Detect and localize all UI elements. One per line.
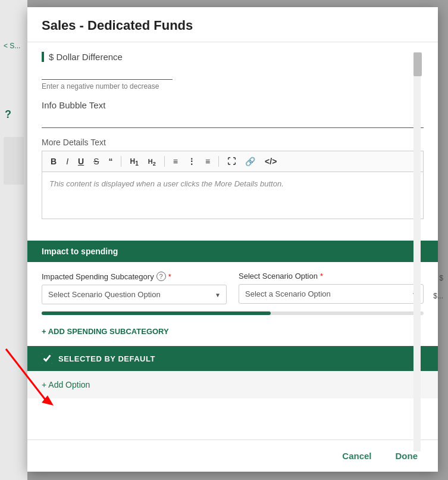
toolbar-code[interactable]: </> xyxy=(262,155,279,167)
modal-body[interactable]: $ Dollar Difference Enter a negative num… xyxy=(27,42,438,440)
toolbar-link[interactable]: 🔗 xyxy=(243,155,258,167)
rich-text-area[interactable]: This content is displayed when a user cl… xyxy=(42,172,424,219)
selected-default-checkbox[interactable] xyxy=(42,353,52,364)
modal-header: Sales - Dedicated Funds xyxy=(27,7,438,42)
toolbar-underline[interactable]: U xyxy=(76,155,86,167)
side-dollar-2: $... xyxy=(433,292,443,300)
toolbar-italic[interactable]: I xyxy=(64,155,71,167)
add-option-section: + Add Option xyxy=(27,371,438,398)
side-icon: ? xyxy=(5,108,11,121)
progress-bar-container xyxy=(42,311,424,315)
toolbar-h1[interactable]: H1 xyxy=(127,155,140,168)
impacted-spending-label: Impacted Spending Subcategory ? * xyxy=(42,272,227,281)
scenario-question-select-wrapper: Select Scenario Question Option xyxy=(42,285,227,304)
scenario-option-select-wrapper: Select a Scenario Option xyxy=(239,284,424,304)
info-bubble-input[interactable] xyxy=(42,114,424,128)
toolbar-image[interactable]: ⛶ xyxy=(225,155,238,167)
side-link[interactable]: < S... xyxy=(4,42,20,50)
modal-title: Sales - Dedicated Funds xyxy=(42,18,424,33)
modal-footer: Cancel Done xyxy=(27,440,438,472)
dollar-diff-section: $ Dollar Difference Enter a negative num… xyxy=(27,42,438,241)
background-panel: < S... ? xyxy=(0,0,27,480)
impact-col-right: Select Scenario Option * Select a Scenar… xyxy=(239,272,424,304)
toolbar-quote[interactable]: “ xyxy=(106,155,115,167)
toolbar-separator-3 xyxy=(218,156,219,167)
impact-row: Impacted Spending Subcategory ? * Select… xyxy=(42,272,424,304)
dollar-diff-hint: Enter a negative number to decrease xyxy=(42,82,424,91)
cancel-button[interactable]: Cancel xyxy=(336,447,377,465)
toolbar-strikethrough[interactable]: S xyxy=(91,155,101,167)
required-star-2: * xyxy=(320,272,323,280)
toolbar-separator-1 xyxy=(121,156,121,167)
impact-col-left: Impacted Spending Subcategory ? * Select… xyxy=(42,272,227,304)
scenario-option-label: Select Scenario Option * xyxy=(239,272,424,280)
selected-default-section: SELECTED BY DEFAULT xyxy=(27,346,438,371)
side-dollar-1: $ xyxy=(439,274,443,282)
rich-text-placeholder: This content is displayed when a user cl… xyxy=(49,179,284,188)
more-details-label: More Details Text xyxy=(42,138,424,147)
side-panel-element xyxy=(4,137,24,185)
scenario-option-select[interactable]: Select a Scenario Option xyxy=(239,284,424,304)
scroll-thumb[interactable] xyxy=(413,52,422,76)
dollar-diff-input[interactable] xyxy=(42,66,173,80)
required-star-1: * xyxy=(168,272,171,281)
toolbar-bold[interactable]: B xyxy=(48,155,59,167)
modal-dialog: Sales - Dedicated Funds $ Dollar Differe… xyxy=(27,7,438,472)
add-option-link[interactable]: + Add Option xyxy=(42,380,90,389)
help-icon[interactable]: ? xyxy=(156,272,166,281)
toolbar-h2[interactable]: H2 xyxy=(146,155,158,168)
scroll-indicator xyxy=(413,52,421,451)
scenario-question-select[interactable]: Select Scenario Question Option xyxy=(42,285,227,304)
toolbar-unordered-list[interactable]: ⋮ xyxy=(185,155,198,167)
toolbar-separator-2 xyxy=(164,156,165,167)
toolbar-ordered-list[interactable]: ≡ xyxy=(171,155,180,167)
selected-default-label: SELECTED BY DEFAULT xyxy=(58,354,155,363)
dollar-diff-label: $ Dollar Difference xyxy=(42,52,424,62)
add-subcategory-link[interactable]: + ADD SPENDING SUBCATEGORY xyxy=(42,327,169,336)
impact-section: Impacted Spending Subcategory ? * Select… xyxy=(27,262,438,346)
rich-text-toolbar: B I U S “ H1 H2 ≡ ⋮ ≡ ⛶ 🔗 </> xyxy=(42,151,424,172)
impact-header: Impact to spending xyxy=(27,241,438,262)
info-bubble-label: Info Bubble Text xyxy=(42,100,424,110)
toolbar-align[interactable]: ≡ xyxy=(203,155,212,167)
progress-bar xyxy=(42,311,271,315)
